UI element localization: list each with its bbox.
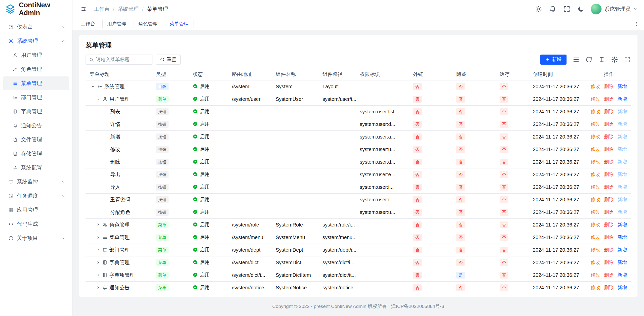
- edit-action[interactable]: 修改: [591, 272, 600, 278]
- menu-title: 角色管理: [109, 221, 130, 228]
- tab-menu-management[interactable]: 菜单管理: [165, 20, 193, 28]
- edit-action[interactable]: 修改: [591, 209, 600, 215]
- dark-mode-button[interactable]: [577, 5, 585, 13]
- sidebar-item-notice[interactable]: 通知公告: [3, 119, 69, 132]
- notifications-button[interactable]: [549, 5, 556, 13]
- delete-action[interactable]: 删除: [604, 96, 614, 102]
- row-expand-toggle[interactable]: [96, 97, 100, 101]
- edit-action[interactable]: 修改: [591, 247, 600, 252]
- sidebar-item-dict-management[interactable]: 字典管理: [3, 105, 69, 118]
- delete-action[interactable]: 删除: [604, 134, 614, 139]
- component-cell: System: [272, 80, 318, 93]
- edit-action[interactable]: 修改: [591, 184, 600, 190]
- delete-action[interactable]: 删除: [604, 260, 614, 265]
- edit-action[interactable]: 修改: [591, 134, 600, 139]
- sidebar-item-job-schedule[interactable]: 任务调度: [3, 189, 69, 203]
- sidebar-item-app-management[interactable]: 应用管理: [3, 203, 69, 217]
- tab-workbench[interactable]: 工作台: [76, 20, 100, 28]
- edit-action[interactable]: 修改: [591, 235, 600, 240]
- sidebar-item-about-project[interactable]: 关于项目: [3, 231, 69, 245]
- delete-action[interactable]: 删除: [604, 121, 614, 127]
- collapse-sidebar-button[interactable]: [78, 4, 89, 14]
- delete-action[interactable]: 删除: [604, 172, 614, 177]
- sidebar-item-system-management[interactable]: 系统管理: [3, 34, 69, 48]
- page-title: 菜单管理: [86, 41, 631, 50]
- row-expand-toggle[interactable]: [96, 235, 100, 240]
- row-expand-toggle[interactable]: [96, 248, 100, 252]
- sidebar-item-user-management[interactable]: 用户管理: [3, 48, 69, 62]
- edit-action[interactable]: 修改: [591, 96, 600, 102]
- sidebar-item-role-management[interactable]: 角色管理: [3, 62, 69, 76]
- settings-button[interactable]: [535, 5, 542, 13]
- created-cell: 2024-11-17 20:36:27: [529, 256, 587, 269]
- edit-action[interactable]: 修改: [591, 159, 600, 164]
- row-expand-toggle[interactable]: [96, 222, 100, 227]
- add-action[interactable]: 新增: [617, 260, 627, 265]
- sidebar-item-system-config[interactable]: 系统配置: [3, 161, 69, 174]
- breadcrumb-item[interactable]: 工作台: [94, 6, 110, 13]
- edit-action[interactable]: 修改: [591, 260, 600, 265]
- user-menu[interactable]: 系统管理员: [591, 4, 637, 15]
- actions-cell: 修改删除新增: [587, 281, 631, 294]
- add-action[interactable]: 新增: [617, 247, 627, 252]
- delete-action[interactable]: 删除: [604, 159, 614, 164]
- tab-role-management[interactable]: 角色管理: [134, 20, 162, 28]
- add-action[interactable]: 新增: [617, 235, 627, 240]
- content: 菜单管理 重置: [72, 30, 644, 316]
- breadcrumb-item[interactable]: 系统管理: [118, 6, 139, 13]
- row-expand-toggle[interactable]: [96, 260, 100, 265]
- edit-action[interactable]: 修改: [591, 285, 600, 290]
- delete-action[interactable]: 删除: [604, 84, 614, 89]
- sidebar-item-file-management[interactable]: 文件管理: [3, 133, 69, 146]
- row-expand-toggle[interactable]: [91, 84, 95, 89]
- reset-button[interactable]: 重置: [156, 55, 181, 65]
- edit-action[interactable]: 修改: [591, 172, 600, 177]
- sidebar-item-dept-management[interactable]: 部门管理: [3, 91, 69, 104]
- edit-action[interactable]: 修改: [591, 84, 600, 89]
- table-fullscreen-button[interactable]: [624, 56, 631, 63]
- edit-action[interactable]: 修改: [591, 121, 600, 127]
- type-badge: 按钮: [156, 184, 169, 191]
- add-action[interactable]: 新增: [617, 84, 627, 89]
- edit-action[interactable]: 修改: [591, 109, 600, 114]
- add-button[interactable]: 新增: [540, 55, 567, 65]
- sidebar-item-code-generation[interactable]: 代码生成: [3, 217, 69, 231]
- row-expand-toggle[interactable]: [96, 273, 100, 277]
- density-button[interactable]: [573, 56, 580, 63]
- tab-actions-button[interactable]: [633, 20, 640, 28]
- sidebar-item-menu-management[interactable]: 菜单管理: [3, 76, 69, 90]
- add-action[interactable]: 新增: [617, 222, 627, 227]
- sidebar-item-dashboard[interactable]: 仪表盘: [3, 20, 69, 34]
- breadcrumb-item[interactable]: 菜单管理: [147, 6, 168, 13]
- delete-action[interactable]: 删除: [604, 147, 614, 152]
- delete-action[interactable]: 删除: [604, 184, 614, 190]
- tab-user-management[interactable]: 用户管理: [102, 20, 131, 28]
- delete-action[interactable]: 删除: [604, 197, 614, 202]
- delete-action[interactable]: 删除: [604, 272, 614, 278]
- edit-action[interactable]: 修改: [591, 222, 600, 227]
- delete-action[interactable]: 删除: [604, 209, 614, 215]
- search-input[interactable]: [96, 57, 149, 62]
- add-action[interactable]: 新增: [617, 285, 627, 290]
- edit-action[interactable]: 修改: [591, 147, 600, 152]
- add-action[interactable]: 新增: [617, 96, 627, 102]
- delete-action[interactable]: 删除: [604, 235, 614, 240]
- tab-label: 菜单管理: [170, 21, 189, 27]
- check-circle-icon: [193, 121, 198, 126]
- delete-action[interactable]: 删除: [604, 285, 614, 290]
- sidebar-item-system-monitor[interactable]: 系统监控: [3, 175, 69, 189]
- delete-action[interactable]: 删除: [604, 109, 614, 114]
- sidebar-item-storage-management[interactable]: 存储管理: [3, 147, 69, 160]
- add-action[interactable]: 新增: [617, 272, 627, 278]
- column-settings-button[interactable]: [611, 56, 618, 63]
- fullscreen-button[interactable]: [563, 5, 571, 13]
- chevron-down-icon: [633, 7, 637, 11]
- edit-action[interactable]: 修改: [591, 197, 600, 202]
- user-name: 系统管理员: [604, 6, 631, 13]
- delete-action[interactable]: 删除: [604, 247, 614, 252]
- delete-action[interactable]: 删除: [604, 222, 614, 227]
- row-expand-toggle[interactable]: [96, 285, 100, 290]
- row-height-button[interactable]: [598, 56, 605, 63]
- cache-badge: 否: [500, 234, 508, 241]
- refresh-button[interactable]: [585, 56, 592, 63]
